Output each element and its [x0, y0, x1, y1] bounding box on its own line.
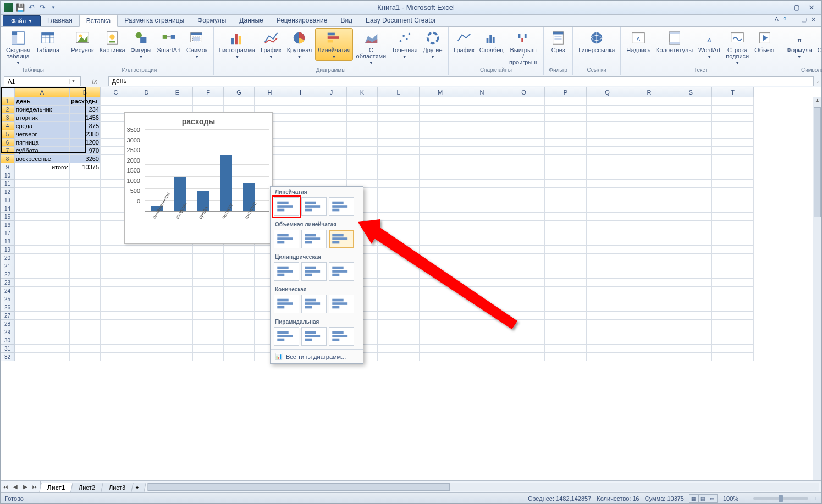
cell[interactable] — [420, 237, 461, 246]
cell[interactable] — [70, 279, 101, 287]
row-header[interactable]: 29 — [1, 328, 15, 336]
cell[interactable] — [15, 353, 70, 361]
cell[interactable] — [545, 295, 587, 303]
cell[interactable] — [70, 287, 101, 295]
cell[interactable] — [503, 229, 545, 237]
cell[interactable] — [193, 246, 224, 254]
cell[interactable] — [420, 246, 461, 254]
cell[interactable] — [131, 246, 162, 254]
cell[interactable] — [316, 139, 347, 147]
cell[interactable] — [193, 295, 224, 303]
cell[interactable] — [420, 262, 461, 270]
cell[interactable] — [378, 180, 420, 188]
ribbon-smartart-button[interactable]: SmartArt — [155, 28, 183, 54]
cell[interactable] — [461, 213, 503, 221]
cell[interactable] — [162, 246, 193, 254]
cell[interactable] — [503, 114, 545, 122]
row-header[interactable]: 7 — [1, 147, 15, 155]
cell[interactable] — [628, 97, 670, 106]
cell[interactable] — [628, 303, 670, 312]
cell[interactable] — [70, 295, 101, 303]
cell[interactable] — [503, 237, 545, 246]
cell[interactable] — [461, 204, 503, 213]
cell[interactable] — [131, 345, 162, 353]
cell[interactable] — [503, 196, 545, 204]
row-header[interactable]: 23 — [1, 279, 15, 287]
cell[interactable] — [70, 312, 101, 320]
ribbon-sline-button[interactable]: График — [452, 28, 477, 54]
ribbon-clip-button[interactable]: Картинка — [97, 28, 128, 54]
cell[interactable] — [628, 246, 670, 254]
cell[interactable] — [587, 229, 628, 237]
cell[interactable] — [461, 221, 503, 229]
cell[interactable] — [503, 213, 545, 221]
column-header[interactable]: L — [378, 87, 420, 97]
cell[interactable] — [587, 171, 628, 180]
cell[interactable] — [628, 328, 670, 336]
cell[interactable] — [587, 320, 628, 328]
cell[interactable] — [587, 270, 628, 279]
cell[interactable] — [70, 303, 101, 312]
ribbon-tab-0[interactable]: Главная — [41, 15, 79, 26]
cell[interactable] — [224, 320, 255, 328]
row-header[interactable]: 6 — [1, 139, 15, 147]
cell[interactable] — [131, 287, 162, 295]
cell[interactable] — [545, 204, 587, 213]
cell[interactable] — [420, 254, 461, 262]
cell[interactable] — [503, 303, 545, 312]
cell[interactable] — [712, 221, 754, 229]
cell[interactable] — [670, 345, 712, 353]
cell[interactable]: 10375 — [70, 163, 101, 171]
cell[interactable] — [545, 188, 587, 196]
cell[interactable] — [587, 295, 628, 303]
cell[interactable] — [347, 130, 378, 139]
column-header[interactable]: O — [503, 87, 545, 97]
cell[interactable] — [587, 328, 628, 336]
cell[interactable] — [193, 287, 224, 295]
cell[interactable] — [503, 122, 545, 130]
cell[interactable] — [587, 221, 628, 229]
chart-subtype-option[interactable] — [329, 327, 354, 346]
cell[interactable] — [101, 262, 131, 270]
cell[interactable] — [503, 287, 545, 295]
cell[interactable] — [503, 163, 545, 171]
cell[interactable] — [628, 180, 670, 188]
cell[interactable] — [712, 130, 754, 139]
cell[interactable] — [224, 97, 255, 106]
cell[interactable] — [461, 312, 503, 320]
cell[interactable] — [15, 287, 70, 295]
doc-close-icon[interactable]: ✕ — [811, 16, 816, 23]
cell[interactable] — [420, 130, 461, 139]
cell[interactable] — [628, 279, 670, 287]
cell[interactable] — [712, 114, 754, 122]
cell[interactable] — [712, 312, 754, 320]
help-icon[interactable]: ? — [783, 16, 786, 23]
cell[interactable] — [378, 336, 420, 345]
cell[interactable] — [285, 155, 316, 163]
cell[interactable] — [628, 287, 670, 295]
cell[interactable] — [70, 353, 101, 361]
ribbon-pic-button[interactable]: Рисунок — [69, 28, 96, 54]
ribbon-swl-button[interactable]: Выигрыш /проигрыш — [506, 28, 540, 67]
cell[interactable] — [587, 279, 628, 287]
cell[interactable] — [378, 303, 420, 312]
sheet-prev-icon[interactable]: ◀ — [10, 481, 20, 492]
row-header[interactable]: 11 — [1, 180, 15, 188]
cell[interactable] — [224, 345, 255, 353]
cell[interactable] — [670, 221, 712, 229]
cell[interactable] — [101, 320, 131, 328]
cell[interactable] — [628, 312, 670, 320]
cell[interactable] — [587, 97, 628, 106]
cell[interactable] — [461, 237, 503, 246]
cell[interactable] — [193, 328, 224, 336]
cell[interactable] — [224, 328, 255, 336]
cell[interactable] — [131, 336, 162, 345]
cell[interactable] — [193, 97, 224, 106]
cell[interactable] — [670, 180, 712, 188]
cell[interactable] — [162, 312, 193, 320]
column-header[interactable]: A — [15, 87, 70, 97]
cell[interactable] — [70, 237, 101, 246]
cell[interactable] — [420, 180, 461, 188]
cell[interactable] — [70, 246, 101, 254]
cell[interactable] — [15, 180, 70, 188]
